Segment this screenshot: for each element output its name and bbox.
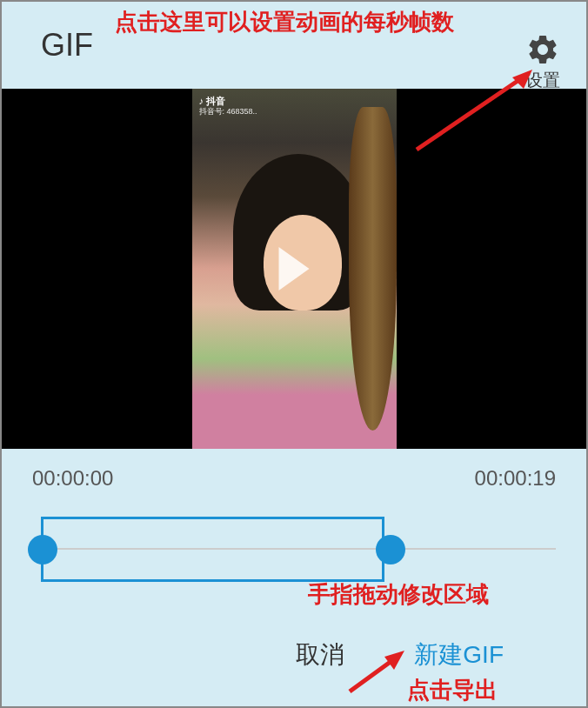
end-time: 00:00:19	[475, 466, 556, 491]
slider-handle-start[interactable]	[28, 535, 57, 564]
range-slider[interactable]	[32, 512, 556, 591]
video-watermark: ♪ 抖音 抖音号: 468358..	[199, 96, 257, 117]
watermark-logo: ♪ 抖音	[199, 96, 257, 107]
header: GIF 设置	[2, 2, 586, 89]
app-title: GIF	[41, 27, 93, 63]
cancel-button[interactable]: 取消	[296, 638, 344, 671]
slider-selection-box[interactable]	[41, 517, 384, 582]
controls-area: 00:00:00 00:00:19 取消 新建GIF	[2, 449, 586, 698]
video-preview[interactable]: ♪ 抖音 抖音号: 468358..	[2, 89, 586, 449]
watermark-id: 抖音号: 468358..	[199, 107, 257, 117]
settings-button[interactable]: 设置	[525, 32, 560, 92]
play-icon[interactable]	[279, 247, 310, 291]
button-row: 取消 新建GIF	[28, 638, 560, 671]
time-display: 00:00:00 00:00:19	[28, 466, 560, 491]
create-gif-button[interactable]: 新建GIF	[414, 638, 504, 671]
video-decoration	[349, 107, 397, 431]
start-time: 00:00:00	[32, 466, 113, 491]
app-container: GIF 设置 ♪ 抖音 抖音号: 468358.. 00:00:00 00:00…	[0, 0, 588, 708]
video-content: ♪ 抖音 抖音号: 468358..	[192, 89, 397, 449]
slider-handle-end[interactable]	[376, 535, 405, 564]
gear-icon	[525, 32, 560, 67]
